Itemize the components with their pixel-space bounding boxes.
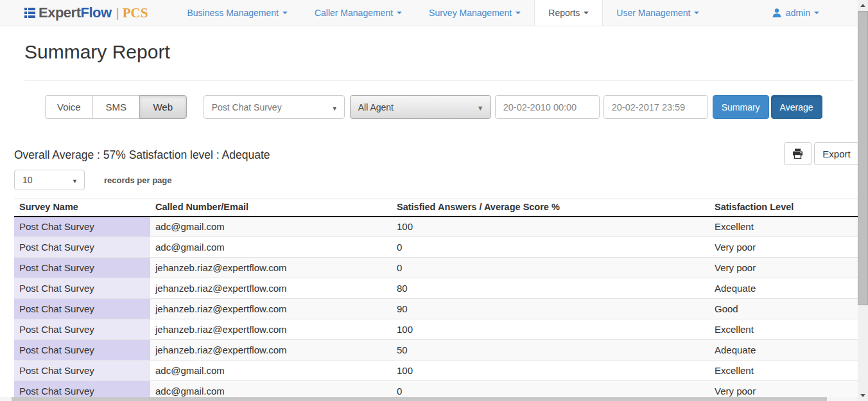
brand-logo[interactable]: ExpertFlow | PCS [24, 0, 148, 26]
grid-list-icon [24, 8, 35, 18]
table-cell: Adequate [709, 278, 860, 299]
table-cell: 0 [392, 258, 709, 278]
top-navbar: ExpertFlow | PCS Business Management Cal… [0, 0, 858, 26]
chevron-down-icon [397, 12, 402, 14]
table-row: Post Chat Surveyadc@gmail.com100Excellen… [14, 361, 860, 381]
horizontal-scrollbar[interactable] [0, 397, 858, 401]
table-cell: Post Chat Survey [14, 258, 150, 278]
chevron-down-icon [516, 12, 521, 14]
chevron-down-icon [584, 12, 589, 14]
table-row: Post Chat Surveyjehanzeb.riaz@expertflow… [14, 299, 860, 319]
brand-expert-text: Expert [39, 4, 80, 21]
nav-item-reports[interactable]: Reports [534, 0, 603, 26]
filter-toolbar: Voice SMS Web Post Chat Survey ▼ All Age… [45, 95, 822, 119]
table-cell: Adequate [709, 340, 860, 361]
nav-item-caller-management[interactable]: Caller Management [301, 0, 415, 26]
table-cell: 100 [392, 319, 709, 340]
horizontal-scrollbar-thumb[interactable] [12, 397, 827, 401]
user-name: admin [786, 8, 810, 18]
table-cell: jehanzeb.riaz@expertflow.com [150, 299, 392, 319]
page-size-value: 10 [22, 175, 33, 185]
table-cell: Post Chat Survey [14, 299, 150, 319]
user-menu[interactable]: admin [772, 8, 819, 18]
scroll-down-icon[interactable] [860, 394, 865, 397]
table-cell: adc@gmail.com [150, 361, 392, 381]
table-cell: Very poor [709, 237, 860, 258]
average-button[interactable]: Average [771, 95, 822, 119]
summary-report-table: Survey Name Called Number/Email Satisfie… [14, 199, 860, 401]
brand-flow-text: Flow [80, 4, 111, 21]
print-button[interactable] [784, 142, 812, 165]
table-row: Post Chat Surveyjehanzeb.riaz@expertflow… [14, 278, 860, 299]
summary-report-page: ExpertFlow | PCS Business Management Cal… [0, 0, 868, 401]
table-cell: Post Chat Survey [14, 217, 150, 237]
survey-select-value: Post Chat Survey [212, 102, 282, 112]
records-per-page-label: records per page [104, 175, 172, 185]
nav-item-survey-management[interactable]: Survey Management [415, 0, 534, 26]
table-cell: adc@gmail.com [150, 237, 392, 258]
table-cell: Post Chat Survey [14, 361, 150, 381]
table-row: Post Chat Surveyadc@gmail.com100Excellen… [14, 217, 860, 237]
table-cell: jehanzeb.riaz@expertflow.com [150, 319, 392, 340]
agent-select[interactable]: All Agent ▼ [350, 95, 491, 119]
table-cell: adc@gmail.com [150, 217, 392, 237]
survey-select[interactable]: Post Chat Survey ▼ [204, 95, 345, 119]
table-cell: 100 [392, 361, 709, 381]
table-row: Post Chat Surveyjehanzeb.riaz@expertflow… [14, 319, 860, 340]
export-toolbar: Export [784, 142, 859, 165]
tab-web[interactable]: Web [139, 95, 187, 119]
col-header-called-number[interactable]: Called Number/Email [150, 199, 392, 217]
title-divider [24, 80, 854, 81]
table-cell: jehanzeb.riaz@expertflow.com [150, 278, 392, 299]
tab-sms[interactable]: SMS [92, 95, 140, 119]
chevron-down-icon: ▼ [332, 105, 338, 112]
channel-tab-group: Voice SMS Web [45, 95, 187, 119]
table-cell: Excellent [709, 217, 860, 237]
table-header-row: Survey Name Called Number/Email Satisfie… [14, 199, 860, 217]
chevron-down-icon [282, 12, 288, 14]
date-to-input[interactable] [603, 95, 708, 119]
table-cell: 80 [392, 278, 709, 299]
brand-pcs-text: PCS [123, 5, 148, 21]
table-cell: 0 [392, 237, 709, 258]
tab-voice[interactable]: Voice [45, 95, 93, 119]
table-cell: 50 [392, 340, 709, 361]
col-header-score[interactable]: Satisfied Answers / Average Score % [392, 199, 709, 217]
nav-menu: Business Management Caller Management Su… [173, 0, 713, 26]
col-header-satisfaction-level[interactable]: Satisfaction Level [709, 199, 860, 217]
table-row: Post Chat Surveyjehanzeb.riaz@expertflow… [14, 340, 860, 361]
table-cell: jehanzeb.riaz@expertflow.com [150, 258, 392, 278]
chevron-down-icon: ▼ [72, 178, 78, 184]
chevron-down-icon [814, 12, 819, 14]
summary-button[interactable]: Summary [713, 95, 769, 119]
nav-item-business-management[interactable]: Business Management [173, 0, 300, 26]
table-row: Post Chat Surveyjehanzeb.riaz@expertflow… [14, 258, 860, 278]
nav-item-user-management[interactable]: User Management [603, 0, 713, 26]
chevron-down-icon: ▼ [477, 104, 484, 112]
table-cell: Good [709, 299, 860, 319]
table-cell: 90 [392, 299, 709, 319]
table-row: Post Chat Surveyadc@gmail.com0Very poor [14, 237, 860, 258]
records-per-page-row: 10 ▼ records per page [14, 170, 172, 190]
user-icon [772, 8, 782, 18]
export-button[interactable]: Export [814, 142, 859, 165]
printer-icon [792, 148, 803, 159]
brand-separator: | [116, 6, 119, 21]
page-title: Summary Report [24, 41, 170, 63]
table-cell: 100 [392, 217, 709, 237]
table-cell: jehanzeb.riaz@expertflow.com [150, 340, 392, 361]
table-cell: Post Chat Survey [14, 340, 150, 361]
table-cell: Very poor [709, 258, 860, 278]
page-size-select[interactable]: 10 ▼ [14, 170, 85, 190]
table-cell: Excellent [709, 319, 860, 340]
vertical-scrollbar-thumb[interactable] [858, 11, 868, 305]
vertical-scrollbar[interactable] [858, 0, 868, 401]
col-header-survey-name[interactable]: Survey Name [14, 199, 150, 217]
overall-average-text: Overall Average : 57% Satisfaction level… [14, 148, 270, 162]
table-cell: Post Chat Survey [14, 237, 150, 258]
table-cell: Post Chat Survey [14, 319, 150, 340]
agent-select-value: All Agent [358, 102, 394, 112]
table-cell: Excellent [709, 361, 860, 381]
date-from-input[interactable] [495, 95, 600, 119]
scroll-up-icon[interactable] [860, 4, 865, 7]
